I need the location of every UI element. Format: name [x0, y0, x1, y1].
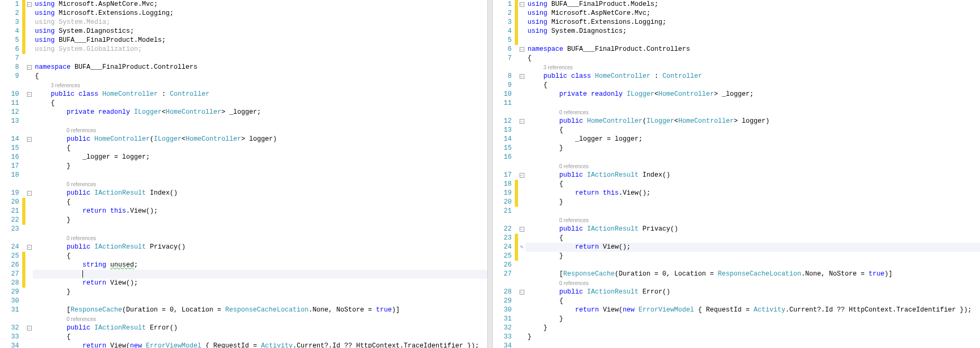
code-text[interactable]: public IActionResult Error() — [33, 324, 487, 333]
code-text[interactable]: return View(); — [33, 279, 487, 288]
code-text[interactable]: } — [525, 315, 980, 324]
code-line[interactable]: 28− public IActionResult Error() — [493, 288, 980, 297]
code-text[interactable]: return View(new ErrorViewModel { Request… — [33, 342, 487, 348]
code-text[interactable]: public IActionResult Privacy() — [525, 225, 980, 234]
code-line[interactable]: 0 references — [0, 126, 487, 135]
code-line[interactable]: 8− public class HomeController : Control… — [493, 72, 980, 81]
code-text[interactable]: string unused; — [33, 261, 487, 270]
code-text[interactable]: public IActionResult Index() — [525, 171, 980, 180]
code-line[interactable]: 3 references — [0, 81, 487, 90]
code-text[interactable]: return View(); — [525, 243, 980, 252]
code-text[interactable]: { — [525, 297, 980, 306]
fold-gutter[interactable]: − — [25, 90, 33, 99]
code-text[interactable]: { — [33, 333, 487, 342]
code-text[interactable]: 0 references — [33, 234, 487, 243]
code-line[interactable]: 3 references — [493, 63, 980, 72]
code-text[interactable]: using System.Globalization; — [33, 45, 487, 54]
code-text[interactable] — [33, 270, 487, 279]
code-line[interactable]: 0 references — [493, 216, 980, 225]
code-line[interactable]: 6−namespace BUFA___FinalProduct.Controll… — [493, 45, 980, 54]
code-text[interactable]: } — [525, 252, 980, 261]
code-text[interactable] — [33, 297, 487, 306]
code-line[interactable]: 21 — [493, 207, 980, 216]
code-line[interactable]: 33} — [493, 333, 980, 342]
code-text[interactable]: 0 references — [525, 279, 980, 288]
code-line[interactable]: 18 — [0, 171, 487, 180]
code-text[interactable]: namespace BUFA___FinalProduct.Controller… — [525, 45, 980, 54]
code-text[interactable]: { — [33, 99, 487, 108]
code-text[interactable]: private readonly ILogger<HomeController>… — [525, 90, 980, 99]
code-text[interactable]: } — [525, 324, 980, 333]
code-line[interactable]: 1−using Microsoft.AspNetCore.Mvc; — [0, 0, 487, 9]
fold-toggle-icon[interactable]: − — [27, 137, 32, 142]
code-text[interactable]: public HomeController(ILogger<HomeContro… — [33, 135, 487, 144]
code-text[interactable]: _logger = logger; — [33, 153, 487, 162]
code-line[interactable]: 2using Microsoft.Extensions.Logging; — [0, 9, 487, 18]
code-text[interactable]: { — [525, 234, 980, 243]
code-line[interactable]: 20 } — [493, 198, 980, 207]
code-line[interactable]: 16 _logger = logger; — [0, 153, 487, 162]
code-text[interactable]: } — [33, 288, 487, 297]
code-line[interactable]: 12− public HomeController(ILogger<HomeCo… — [493, 117, 980, 126]
code-text[interactable]: } — [525, 198, 980, 207]
code-text[interactable]: } — [33, 162, 487, 171]
pane-divider[interactable] — [487, 0, 493, 348]
code-text[interactable]: 0 references — [33, 126, 487, 135]
code-line[interactable]: 30 — [0, 297, 487, 306]
code-line[interactable]: 3using System.Media; — [0, 18, 487, 27]
code-line[interactable]: 24− public IActionResult Privacy() — [0, 243, 487, 252]
code-line[interactable]: 0 references — [493, 162, 980, 171]
code-line[interactable]: 28 return View(); — [0, 279, 487, 288]
code-line[interactable]: 9{ — [0, 72, 487, 81]
code-line[interactable]: 19 return this.View(); — [493, 189, 980, 198]
code-text[interactable]: private readonly ILogger<HomeController>… — [33, 108, 487, 117]
code-text[interactable]: } — [525, 144, 980, 153]
code-text[interactable]: public IActionResult Privacy() — [33, 243, 487, 252]
code-text[interactable]: public class HomeController : Controller — [33, 90, 487, 99]
code-line[interactable]: 31 } — [493, 315, 980, 324]
fold-gutter[interactable]: − — [25, 63, 33, 72]
code-line[interactable]: 23 — [0, 225, 487, 234]
code-line[interactable]: 26 string unused; — [0, 261, 487, 270]
code-line[interactable]: 27 [ResponseCache(Duration = 0, Location… — [493, 270, 980, 279]
right-editor-pane[interactable]: 1−using BUFA___FinalProduct.Models;2usin… — [493, 0, 980, 348]
fold-toggle-icon[interactable]: − — [27, 326, 32, 331]
fold-toggle-icon[interactable]: − — [27, 191, 32, 196]
code-line[interactable]: 34 return View(new ErrorViewModel { Requ… — [0, 342, 487, 348]
fold-toggle-icon[interactable]: − — [520, 173, 524, 178]
fold-gutter[interactable]: − — [518, 0, 525, 9]
fold-gutter[interactable]: − — [25, 243, 33, 252]
code-line[interactable]: 3using Microsoft.Extensions.Logging; — [493, 18, 980, 27]
code-line[interactable]: 5 — [493, 36, 980, 45]
code-text[interactable]: { — [525, 81, 980, 90]
code-line[interactable]: 27 — [0, 270, 487, 279]
code-line[interactable]: 33 { — [0, 333, 487, 342]
code-text[interactable]: using Microsoft.Extensions.Logging; — [525, 18, 980, 27]
fold-gutter[interactable]: − — [518, 45, 525, 54]
code-text[interactable] — [525, 207, 980, 216]
code-line[interactable]: 4using System.Diagnostics; — [0, 27, 487, 36]
code-line[interactable]: 22− public IActionResult Privacy() — [493, 225, 980, 234]
code-line[interactable]: 8−namespace BUFA___FinalProduct.Controll… — [0, 63, 487, 72]
code-text[interactable]: { — [33, 72, 487, 81]
code-text[interactable] — [525, 342, 980, 348]
code-line[interactable]: 26 — [493, 261, 980, 270]
code-text[interactable] — [525, 153, 980, 162]
code-line[interactable]: 32 } — [493, 324, 980, 333]
code-line[interactable]: 11 — [493, 99, 980, 108]
code-line[interactable]: 24✎ return View(); — [493, 243, 980, 252]
code-line[interactable]: 9 { — [493, 81, 980, 90]
code-line[interactable]: 0 references — [0, 180, 487, 189]
code-line[interactable]: 29 { — [493, 297, 980, 306]
code-text[interactable]: 0 references — [525, 162, 980, 171]
code-text[interactable]: using System.Media; — [33, 18, 487, 27]
code-line[interactable]: 7 — [0, 54, 487, 63]
code-line[interactable]: 0 references — [493, 108, 980, 117]
code-text[interactable]: { — [525, 180, 980, 189]
code-text[interactable]: using Microsoft.AspNetCore.Mvc; — [525, 9, 980, 18]
code-line[interactable]: 13 — [0, 117, 487, 126]
code-line[interactable]: 10 private readonly ILogger<HomeControll… — [493, 90, 980, 99]
code-text[interactable]: public IActionResult Error() — [525, 288, 980, 297]
fold-toggle-icon[interactable]: − — [520, 74, 524, 79]
code-line[interactable]: 12 private readonly ILogger<HomeControll… — [0, 108, 487, 117]
